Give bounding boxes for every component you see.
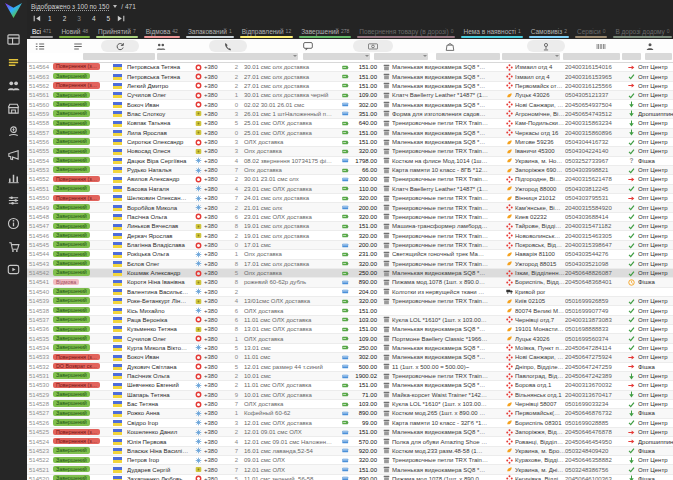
- table-row[interactable]: 514562Повернення (з…Легкий Дмитро+380227…: [27, 82, 673, 91]
- source-column[interactable]: [641, 40, 659, 52]
- status-tab[interactable]: Нема в наявності1: [458, 24, 525, 39]
- sidebar-item-dashboard[interactable]: [0, 29, 27, 52]
- table-row[interactable]: 514526ЗавершенийСвідро Ігор+380312.01 см…: [27, 419, 673, 428]
- go-last-icon[interactable]: [117, 15, 125, 22]
- column-filter-input[interactable]: [303, 53, 370, 60]
- page-number-1[interactable]: 1: [48, 15, 52, 22]
- table-row[interactable]: 514520ЗавершенийЗахарченко Любовь+380511…: [27, 475, 673, 480]
- sidebar-item-payouts[interactable]: [0, 121, 27, 144]
- status-tab[interactable]: Відправлений12: [237, 24, 296, 39]
- go-first-icon[interactable]: [33, 15, 41, 22]
- table-row[interactable]: 514530Повернення (з…Шевченко Евгений+380…: [27, 381, 673, 390]
- table-row[interactable]: 514531ЗавершенийПасічник Ольга+380210.01…: [27, 372, 673, 381]
- sidebar-item-settings[interactable]: [0, 190, 27, 213]
- order-id-column[interactable]: [31, 40, 49, 52]
- client-name: Линьков Вячеслав: [127, 223, 195, 229]
- table-row[interactable]: 514547ЗавершенийЛиньков Вячеслав+380819.…: [27, 222, 673, 231]
- table-row[interactable]: 514543ЗавершенийБєлов Олег+380817.01 смс…: [27, 260, 673, 269]
- table-row[interactable]: 514551ЗавершенийБасова Наталя+380423.01 …: [27, 185, 673, 194]
- np-carrier-icon: [506, 270, 515, 277]
- app-logo-icon[interactable]: [4, 2, 23, 19]
- table-row[interactable]: 514548ЗавершенийПасічна Ольга+380623.01 …: [27, 213, 673, 222]
- client-column[interactable]: [151, 40, 171, 52]
- table-row[interactable]: 514528ЗавершенийБас Тетяна+3807ОЛХ доста…: [27, 400, 673, 409]
- column-filter-input[interactable]: [157, 53, 298, 60]
- table-row[interactable]: 514563ЗавершенийПетровська Тетяна+380227…: [27, 72, 673, 81]
- table-row[interactable]: 514559ЗавершенийВлас Слоткоу+380326.01 с…: [27, 110, 673, 119]
- table-row[interactable]: 514542ЗавершенийКошмак Александр+3805Олх…: [27, 269, 673, 278]
- phone-number: +380: [204, 223, 228, 229]
- page-number-2[interactable]: 2: [63, 15, 67, 22]
- table-row[interactable]: 514534ЗавершенийКурта Микола Вікто…+3805…: [27, 344, 673, 353]
- page-number-3[interactable]: 3: [77, 15, 81, 22]
- sidebar-item-orders[interactable]: [0, 52, 27, 75]
- table-row[interactable]: 514532DO Возврат ск…Дукович Світлана+380…: [27, 363, 673, 372]
- comment-column[interactable]: [299, 40, 317, 52]
- status-tab[interactable]: В дорозі додому0: [610, 24, 673, 39]
- table-row[interactable]: 514533Повернення (з…Бокоч Иван+380011.01…: [27, 353, 673, 362]
- table-row[interactable]: 514539ЗавершенийРоке-Бетанкурт Лін…+3804…: [27, 297, 673, 306]
- table-row[interactable]: 514537ЗавершенийРаца Вероніка+380611.01 …: [27, 316, 673, 325]
- status-column[interactable]: [69, 40, 87, 52]
- ukraine-flag-icon: [113, 345, 122, 351]
- sidebar-item-marketing[interactable]: [0, 144, 27, 167]
- table-row[interactable]: 514525Повернення (з…Кошеленко Данил+3802…: [27, 428, 673, 437]
- table-row[interactable]: 514554ЗавершенийДацюк Віра Сергіївна+380…: [27, 157, 673, 166]
- table-row[interactable]: 514553ЗавершенийРудько Наталья+3807Олх д…: [27, 166, 673, 175]
- product-box-icon: [383, 335, 392, 342]
- column-filter-input[interactable]: [83, 53, 155, 60]
- table-row[interactable]: 514560ЗавершенийБокоч Иван+380002.02 30.…: [27, 100, 673, 109]
- table-row[interactable]: 514561ЗавершенийСучилов Олег+380130.01 с…: [27, 91, 673, 100]
- product-box-icon: [383, 298, 392, 305]
- table-row[interactable]: 514552Повернення (з…Авилов Александр+380…: [27, 175, 673, 184]
- status-badge: Завершений: [53, 110, 90, 116]
- page-number-5[interactable]: 5: [107, 15, 111, 22]
- table-row[interactable]: 514556ЗавершенийСиротюк Олександр+3803ОЛ…: [27, 138, 673, 147]
- table-row[interactable]: 514557ЗавершенийЛила Ярослав+380025.01 с…: [27, 129, 673, 138]
- table-row[interactable]: 514550Повернення (з…Шелковин Олексан…+38…: [27, 194, 673, 203]
- column-filter-input[interactable]: [502, 53, 560, 60]
- table-row[interactable]: 514524Повернення (з…Юлія Первова+380412.…: [27, 437, 673, 446]
- delivery-location: Вільнянськ отд.1: [515, 392, 565, 398]
- column-filter-input[interactable]: [374, 53, 428, 60]
- phone-column[interactable]: [209, 40, 247, 52]
- manager-column[interactable]: [101, 40, 139, 52]
- table-row[interactable]: 514536ЗавершенийКузьменко Тетяна+380813.…: [27, 325, 673, 334]
- table-row[interactable]: 514521ЗавершенийДударев Сергій+380712.01…: [27, 465, 673, 474]
- table-row[interactable]: 514523ЗавершенийВласюк Ніна Василі…+3807…: [27, 447, 673, 456]
- table-row[interactable]: 514545ЗавершенийБлагінна Владіслава+3800…: [27, 241, 673, 250]
- table-row[interactable]: 514564Повернення (з…Петровська Тетяна+38…: [27, 63, 673, 72]
- sidebar-item-statistics[interactable]: [0, 167, 27, 190]
- sidebar-item-sales[interactable]: [0, 236, 27, 259]
- delivery-status-truckdown-icon: [627, 373, 638, 380]
- page-size-dropdown-icon[interactable]: [113, 5, 117, 8]
- page-number-4[interactable]: 4: [92, 15, 96, 22]
- order-total: 890.00: [351, 410, 379, 416]
- column-filter-input[interactable]: [622, 53, 641, 60]
- table-row[interactable]: 514538ЗавершенийКісь Михайло+3806ОЛХ дос…: [27, 306, 673, 315]
- order-comment: 11.01 смс: [240, 354, 340, 360]
- table-row[interactable]: 514535ЗавершенийСучилов Олег+3801ОЛХ дос…: [27, 334, 673, 343]
- table-row[interactable]: 514522ЗавершенийПетров Ігор+380209.01 см…: [27, 456, 673, 465]
- table-row[interactable]: 514540ЗавершенийВалентина Васильє…+38022…: [27, 288, 673, 297]
- sidebar-item-video-tutorials[interactable]: [0, 259, 27, 282]
- location-column[interactable]: [527, 40, 565, 52]
- table-row[interactable]: 514546ЗавершенийДеркач Ярослав+380219.01…: [27, 231, 673, 240]
- table-row[interactable]: 514558ЗавершенийКовпак Татьяна+380525.01…: [27, 119, 673, 128]
- column-filter-input[interactable]: [645, 53, 672, 60]
- table-row[interactable]: 514549ЗавершенийВоробйов Микола+380221.0…: [27, 203, 673, 212]
- sidebar-item-store[interactable]: [0, 98, 27, 121]
- table-row[interactable]: 514541ВідмоваКоротя Ніна Іванівна+3808ро…: [27, 278, 673, 287]
- sidebar-item-clients[interactable]: [0, 75, 27, 98]
- table-row[interactable]: 514544ЗавершенийРокіцька Ольга+3801Олх д…: [27, 250, 673, 259]
- product-column[interactable]: [441, 40, 459, 52]
- table-row[interactable]: 514529ЗавершенийШапарь Тетяна+380910.01 …: [27, 391, 673, 400]
- sidebar-item-info[interactable]: [0, 213, 27, 236]
- order-id: 514560: [27, 102, 53, 108]
- table-row[interactable]: 514527ЗавершенийРожко Анна+3801Кофейный …: [27, 409, 673, 418]
- table-row[interactable]: 514555ЗавершенийНовосад Олеся+3803Олх до…: [27, 147, 673, 156]
- column-filter-input[interactable]: [563, 53, 620, 60]
- payment-column[interactable]: [353, 40, 393, 52]
- column-filter-input[interactable]: [436, 53, 500, 60]
- tracking-column[interactable]: [591, 40, 611, 52]
